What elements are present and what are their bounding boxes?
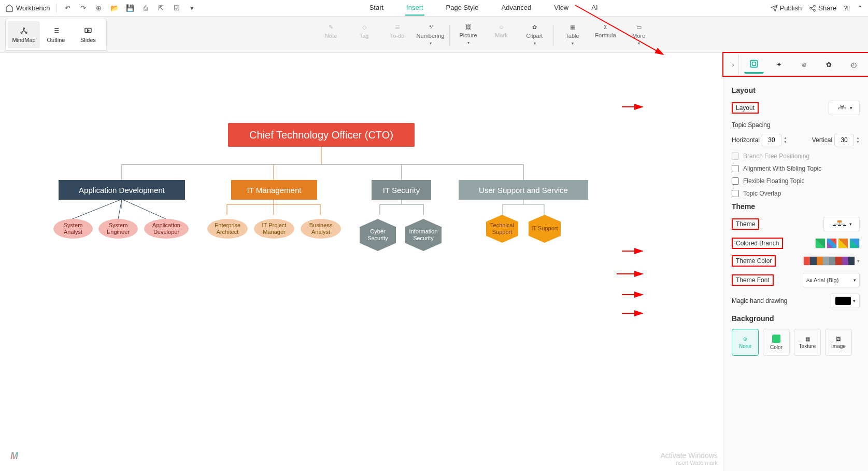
view-outline[interactable]: Outline bbox=[40, 21, 72, 48]
topic-spacing-label: Topic Spacing bbox=[732, 121, 860, 129]
tab-ai[interactable]: AI bbox=[590, 1, 599, 16]
v-up[interactable]: ▲ bbox=[856, 136, 860, 140]
svg-rect-21 bbox=[833, 225, 836, 226]
cb-overlap[interactable] bbox=[732, 190, 739, 197]
theme-select[interactable]: ▾ bbox=[823, 217, 860, 231]
svg-line-16 bbox=[122, 199, 166, 219]
publish-button[interactable]: Publish bbox=[771, 4, 802, 12]
panel-tab-style[interactable]: ✦ bbox=[769, 55, 789, 74]
view-mindmap[interactable]: MindMap bbox=[8, 21, 40, 48]
theme-font-select[interactable]: AaArial (Big) ▾ bbox=[803, 273, 860, 287]
more-qa-icon[interactable]: ▾ bbox=[188, 4, 197, 13]
tool-picture[interactable]: 🖼Picture▾ bbox=[452, 22, 485, 48]
tab-start[interactable]: Start bbox=[368, 1, 385, 16]
outline-icon bbox=[51, 26, 61, 35]
palette-1[interactable] bbox=[815, 238, 826, 248]
node-leaf[interactable]: System Engineer bbox=[98, 219, 138, 239]
node-branch-1[interactable]: Application Development bbox=[59, 180, 185, 200]
slides-icon bbox=[83, 26, 93, 35]
panel-collapse[interactable]: › bbox=[728, 55, 739, 74]
redo-icon[interactable]: ↷ bbox=[79, 4, 88, 13]
workbench-link[interactable]: Workbench bbox=[5, 4, 50, 12]
horizontal-input[interactable] bbox=[762, 134, 781, 146]
h-down[interactable]: ▼ bbox=[784, 140, 787, 144]
none-icon: ⊘ bbox=[743, 336, 747, 342]
magic-hand-select[interactable]: ▾ bbox=[831, 294, 860, 308]
node-branch-4[interactable]: User Support and Service bbox=[459, 180, 588, 200]
tool-more[interactable]: ▭More▾ bbox=[622, 22, 656, 48]
bg-color[interactable]: Color bbox=[763, 329, 790, 356]
todo-icon: ☰ bbox=[395, 24, 400, 31]
layout-label: Layout bbox=[732, 102, 759, 114]
mark-icon: ☺ bbox=[499, 24, 504, 30]
new-icon[interactable]: ⊕ bbox=[94, 4, 104, 13]
view-slides[interactable]: Slides bbox=[72, 21, 104, 48]
panel-tab-mark[interactable]: ☺ bbox=[794, 55, 814, 74]
tool-tag[interactable]: ◇Tag bbox=[348, 22, 381, 48]
publish-icon bbox=[771, 5, 778, 12]
layout-select[interactable]: ▾ bbox=[829, 101, 860, 115]
tab-insert[interactable]: Insert bbox=[405, 1, 424, 16]
palette-2[interactable] bbox=[827, 238, 837, 248]
tool-mark[interactable]: ☺Mark bbox=[485, 22, 518, 48]
v-down[interactable]: ▼ bbox=[856, 140, 860, 144]
node-leaf[interactable]: Technical Support bbox=[486, 215, 518, 243]
tool-todo[interactable]: ☰To-do bbox=[381, 22, 414, 48]
tab-view[interactable]: View bbox=[553, 1, 570, 16]
tab-pagestyle[interactable]: Page Style bbox=[445, 1, 480, 16]
tree-layout-icon bbox=[836, 104, 848, 112]
tool-table[interactable]: ▦Table▾ bbox=[556, 22, 589, 48]
app-logo: M bbox=[10, 451, 18, 462]
bg-none[interactable]: ⊘None bbox=[732, 329, 759, 356]
clipart-icon: ✿ bbox=[532, 24, 537, 31]
tool-formula[interactable]: ΣFormula bbox=[589, 22, 622, 48]
print-icon[interactable]: ⎙ bbox=[141, 4, 150, 13]
share-button[interactable]: Share bbox=[809, 4, 836, 12]
node-leaf[interactable]: Enterprise Architect bbox=[207, 219, 248, 239]
palette-4[interactable] bbox=[849, 238, 860, 248]
panel-tab-clipart[interactable]: ✿ bbox=[819, 55, 839, 74]
node-leaf[interactable]: Application Developer bbox=[144, 219, 189, 239]
node-leaf[interactable]: Information Security bbox=[405, 219, 442, 251]
svg-point-0 bbox=[814, 5, 816, 7]
node-leaf[interactable]: System Analyst bbox=[53, 219, 93, 239]
node-leaf[interactable]: Business Analyst bbox=[301, 219, 341, 239]
vertical-input[interactable] bbox=[834, 134, 854, 146]
save-icon[interactable]: 💾 bbox=[125, 4, 135, 13]
panel-tab-history[interactable]: ◴ bbox=[844, 55, 864, 74]
svg-point-4 bbox=[21, 32, 22, 33]
watermark: Activate Windows Insert Watermark bbox=[661, 451, 718, 466]
undo-icon[interactable]: ↶ bbox=[63, 4, 73, 13]
theme-color-select[interactable] bbox=[803, 256, 855, 266]
node-leaf[interactable]: IT Support bbox=[529, 215, 561, 243]
h-up[interactable]: ▲ bbox=[784, 136, 787, 140]
tool-note[interactable]: ✎Note bbox=[315, 22, 348, 48]
bg-texture[interactable]: ▦Texture bbox=[794, 329, 821, 356]
cb-flex-float[interactable] bbox=[732, 177, 739, 185]
tool-clipart[interactable]: ✿Clipart▾ bbox=[518, 22, 551, 48]
palette-3[interactable] bbox=[838, 238, 848, 248]
bg-image[interactable]: 🖼Image bbox=[825, 329, 852, 356]
share-icon bbox=[809, 5, 816, 12]
node-leaf[interactable]: Cyber Security bbox=[360, 219, 396, 251]
tool-numbering[interactable]: ⅟Numbering▾ bbox=[414, 22, 447, 48]
node-branch-2[interactable]: IT Management bbox=[231, 180, 317, 200]
help-icon[interactable]: ?⃝ bbox=[844, 4, 850, 12]
svg-point-1 bbox=[810, 7, 812, 9]
canvas[interactable]: Chief Technology Officer (CTO) Applicati… bbox=[0, 53, 723, 471]
tab-advanced[interactable]: Advanced bbox=[500, 1, 532, 16]
node-root[interactable]: Chief Technology Officer (CTO) bbox=[228, 123, 415, 147]
svg-point-3 bbox=[23, 27, 25, 29]
open-icon[interactable]: 📂 bbox=[110, 4, 119, 13]
more-icon: ▭ bbox=[636, 24, 642, 31]
node-leaf[interactable]: IT Project Manager bbox=[254, 219, 294, 239]
collapse-up-icon[interactable]: ⌃ bbox=[857, 4, 863, 12]
panel-tab-layout[interactable] bbox=[744, 55, 764, 74]
node-branch-3[interactable]: IT Security bbox=[372, 180, 431, 200]
svg-rect-22 bbox=[838, 225, 841, 226]
topbar: Workbench ↶ ↷ ⊕ 📂 💾 ⎙ ⇱ ☑ ▾ Start Insert… bbox=[0, 0, 868, 17]
clock-icon: ◴ bbox=[851, 61, 857, 68]
cb-align-sibling[interactable] bbox=[732, 165, 739, 172]
share-qa-icon[interactable]: ☑ bbox=[172, 4, 181, 13]
export-icon[interactable]: ⇱ bbox=[156, 4, 166, 13]
